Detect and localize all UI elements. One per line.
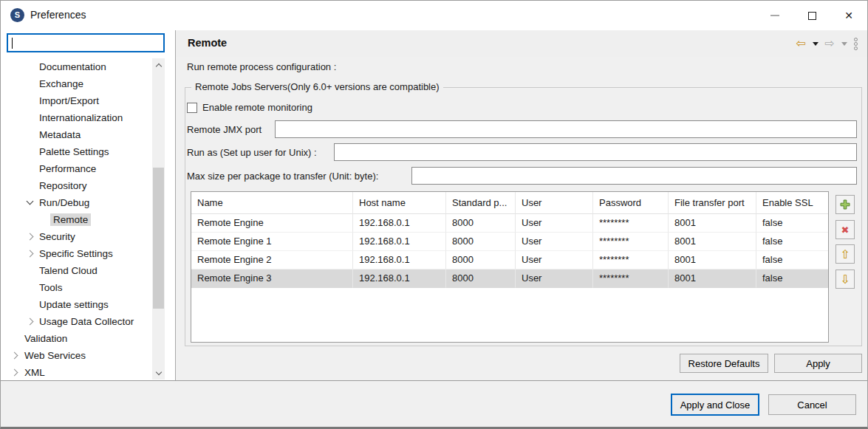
scrollbar-thumb[interactable] <box>153 168 164 309</box>
chevron-down-icon[interactable] <box>27 198 34 205</box>
maximize-icon <box>808 12 816 20</box>
sidebar-item-import-export[interactable]: Import/Export <box>1 92 152 109</box>
sidebar-item-web-services[interactable]: Web Services <box>1 347 152 364</box>
delete-x-icon: ✖ <box>841 224 850 236</box>
apply-and-close-button[interactable]: Apply and Close <box>671 394 759 416</box>
arrow-up-icon: ⇧ <box>840 247 850 261</box>
delete-server-button[interactable]: ✖ <box>835 220 855 239</box>
move-down-button[interactable]: ⇩ <box>835 270 855 289</box>
column-header-standard-p[interactable]: Standard p... <box>446 192 516 214</box>
preferences-dialog: S Preferences ✕ DocumentationExchangeImp… <box>0 0 868 429</box>
apply-button[interactable]: Apply <box>774 354 862 373</box>
window-title: Preferences <box>30 9 86 21</box>
table-cell: Remote Engine 1 <box>191 233 353 251</box>
column-header-file-transfer-port[interactable]: File transfer port <box>669 192 756 214</box>
sidebar-item-label: Import/Export <box>36 95 102 107</box>
sidebar-item-update-settings[interactable]: Update settings <box>1 296 152 313</box>
chevron-right-icon[interactable] <box>11 352 18 360</box>
sidebar-item-usage-data-collector[interactable]: Usage Data Collector <box>1 313 152 330</box>
maximize-button[interactable] <box>793 1 830 30</box>
column-header-enable-ssl[interactable]: Enable SSL <box>756 192 828 214</box>
sidebar-item-tools[interactable]: Tools <box>1 279 152 296</box>
window-controls: ✕ <box>756 1 867 30</box>
forward-history-dropdown-icon[interactable] <box>841 42 847 46</box>
sidebar-item-label: Validation <box>21 332 70 345</box>
sidebar-item-repository[interactable]: Repository <box>1 177 152 194</box>
sidebar-item-remote[interactable]: Remote <box>1 211 152 228</box>
minimize-button[interactable] <box>756 1 793 30</box>
table-row[interactable]: Remote Engine 3192.168.0.18000User******… <box>191 270 828 288</box>
close-button[interactable]: ✕ <box>830 1 867 30</box>
table-cell: false <box>756 233 828 251</box>
remote-jmx-port-label: Remote JMX port <box>187 124 262 135</box>
table-row[interactable]: Remote Engine 1192.168.0.18000User******… <box>191 233 828 251</box>
cancel-button[interactable]: Cancel <box>768 394 856 415</box>
dialog-button-bar: Apply and Close Cancel <box>1 380 867 427</box>
sidebar-item-palette-settings[interactable]: Palette Settings <box>1 143 152 160</box>
table-cell: ******** <box>593 270 669 288</box>
sidebar-item-documentation[interactable]: Documentation <box>1 58 152 75</box>
table-cell: 192.168.0.1 <box>353 251 446 270</box>
sidebar-item-label: Metadata <box>36 128 83 141</box>
table-cell: Remote Engine <box>191 214 353 233</box>
close-icon: ✕ <box>844 10 853 21</box>
enable-remote-monitoring-checkbox[interactable] <box>187 103 197 113</box>
back-arrow-icon[interactable]: ⇦ <box>796 38 805 49</box>
chevron-right-icon[interactable] <box>27 318 34 326</box>
table-cell: false <box>756 251 828 270</box>
sidebar-item-specific-settings[interactable]: Specific Settings <box>1 245 152 262</box>
sidebar-item-validation[interactable]: Validation <box>1 330 152 347</box>
forward-arrow-icon[interactable]: ⇨ <box>825 38 835 49</box>
move-up-button[interactable]: ⇧ <box>835 244 855 264</box>
sidebar-item-performance[interactable]: Performance <box>1 160 152 177</box>
add-server-button[interactable] <box>835 195 855 214</box>
sidebar-item-label: Specific Settings <box>36 247 116 260</box>
plus-icon <box>840 199 850 210</box>
back-history-dropdown-icon[interactable] <box>813 42 819 46</box>
table-cell: false <box>756 214 828 233</box>
column-header-user[interactable]: User <box>516 192 593 214</box>
table-cell: 8001 <box>669 233 756 251</box>
table-cell: ******** <box>593 251 669 270</box>
restore-defaults-button[interactable]: Restore Defaults <box>680 354 768 373</box>
talend-logo-icon: S <box>10 8 24 22</box>
chevron-right-icon[interactable] <box>27 233 34 241</box>
table-cell: 8001 <box>669 251 756 270</box>
main-panel: Remote ⇦ ⇨ Run remote process configurat… <box>176 30 867 380</box>
scroll-down-icon[interactable] <box>152 367 165 380</box>
filter-input[interactable] <box>7 33 165 52</box>
scroll-up-icon[interactable] <box>152 58 165 71</box>
remote-jmx-port-input[interactable] <box>275 120 857 138</box>
chevron-right-icon[interactable] <box>11 369 18 377</box>
table-cell: 8000 <box>446 251 516 270</box>
sidebar-item-internationalization[interactable]: Internationalization <box>1 109 152 126</box>
sidebar-item-xml[interactable]: XML <box>1 364 152 381</box>
dialog-body: DocumentationExchangeImport/ExportIntern… <box>1 30 867 380</box>
run-as-input[interactable] <box>334 143 857 161</box>
table-cell: User <box>516 214 593 233</box>
intro-label: Run remote process configuration : <box>187 61 336 72</box>
sidebar-item-exchange[interactable]: Exchange <box>1 75 152 92</box>
table-cell: Remote Engine 3 <box>191 270 353 288</box>
chevron-right-icon[interactable] <box>27 250 34 258</box>
sidebar-item-talend-cloud[interactable]: Talend Cloud <box>1 262 152 279</box>
view-menu-icon[interactable] <box>854 38 858 50</box>
arrow-down-icon: ⇩ <box>840 272 850 286</box>
sidebar-item-metadata[interactable]: Metadata <box>1 126 152 143</box>
remote-servers-table[interactable]: NameHost nameStandard p...UserPasswordFi… <box>191 191 829 343</box>
table-row[interactable]: Remote Engine192.168.0.18000User********… <box>191 214 828 233</box>
sidebar-item-label: Tools <box>36 281 66 294</box>
tree-scrollbar[interactable] <box>152 58 165 380</box>
table-cell: User <box>516 251 593 270</box>
column-header-host-name[interactable]: Host name <box>353 192 446 214</box>
table-row[interactable]: Remote Engine 2192.168.0.18000User******… <box>191 251 828 270</box>
page-title: Remote <box>188 37 227 49</box>
table-cell: false <box>756 270 828 288</box>
sidebar-item-security[interactable]: Security <box>1 228 152 245</box>
max-size-input[interactable] <box>411 167 857 185</box>
column-header-password[interactable]: Password <box>593 192 669 214</box>
sidebar-item-run-debug[interactable]: Run/Debug <box>1 194 152 211</box>
sidebar-item-label: XML <box>21 366 48 379</box>
column-header-name[interactable]: Name <box>191 192 353 214</box>
table-cell: 8000 <box>446 270 516 288</box>
